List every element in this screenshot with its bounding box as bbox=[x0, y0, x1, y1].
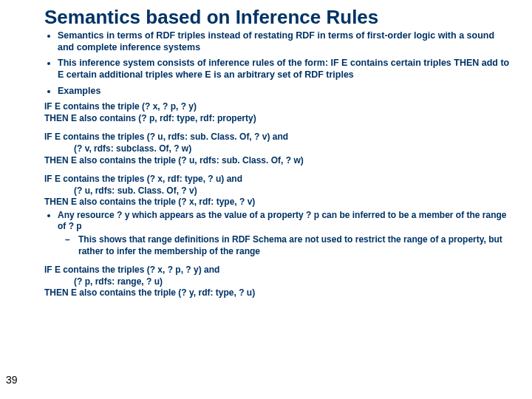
ex1-line2: THEN E also contains (? p, rdf: type, rd… bbox=[44, 113, 510, 125]
main-bullets: Semantics in terms of RDF triples instea… bbox=[44, 30, 510, 97]
ex3-inner-bullet: Any resource ? y which appears as the va… bbox=[58, 210, 510, 257]
ex3-sub-bullet: This shows that range definitions in RDF… bbox=[78, 234, 510, 257]
ex3-line3: THEN E also contains the triple (? x, rd… bbox=[44, 197, 510, 208]
ex2-line2: (? v, rdfs: subclass. Of, ? w) bbox=[44, 143, 510, 155]
ex3-sub-list: This shows that range definitions in RDF… bbox=[58, 234, 510, 257]
page-number: 39 bbox=[6, 374, 18, 386]
example-1: IF E contains the triple (? x, ? p, ? y)… bbox=[44, 101, 510, 124]
example-4: IF E contains the triples (? x, ? p, ? y… bbox=[44, 265, 510, 299]
ex3-inner-list: Any resource ? y which appears as the va… bbox=[44, 210, 510, 257]
ex2-line3: THEN E also contains the triple (? u, rd… bbox=[44, 155, 510, 167]
bullet-3: Examples bbox=[58, 86, 510, 98]
ex3-line1: IF E contains the triples (? x, rdf: typ… bbox=[44, 174, 510, 185]
ex4-line2: (? p, rdfs: range, ? u) bbox=[44, 276, 510, 288]
bullet-1: Semantics in terms of RDF triples instea… bbox=[58, 30, 510, 53]
ex2-line1: IF E contains the triples (? u, rdfs: su… bbox=[44, 132, 510, 143]
bullet-2: This inference system consists of infere… bbox=[58, 58, 510, 81]
ex1-line1: IF E contains the triple (? x, ? p, ? y) bbox=[44, 101, 510, 113]
slide-title: Semantics based on Inference Rules bbox=[44, 6, 510, 29]
ex3-line2: (? u, rdfs: sub. Class. Of, ? v) bbox=[44, 185, 510, 197]
example-3: IF E contains the triples (? x, rdf: typ… bbox=[44, 174, 510, 257]
example-2: IF E contains the triples (? u, rdfs: su… bbox=[44, 132, 510, 166]
ex4-line3: THEN E also contains the triple (? y, rd… bbox=[44, 287, 510, 299]
ex4-line1: IF E contains the triples (? x, ? p, ? y… bbox=[44, 265, 510, 276]
ex3-inner-text: Any resource ? y which appears as the va… bbox=[58, 210, 507, 232]
